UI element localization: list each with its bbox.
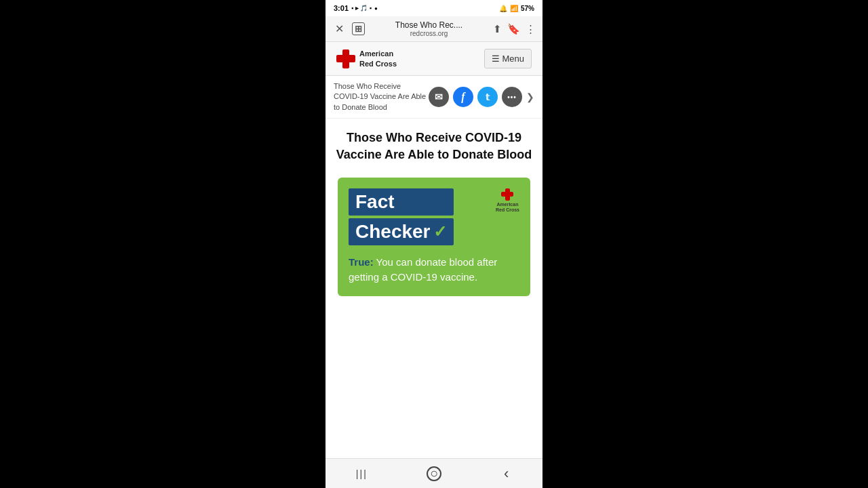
fact-label: Fact (349, 188, 454, 216)
article-title: Those Who Receive COVID-19 Vaccine Are A… (335, 129, 533, 163)
back-button[interactable]: ‹ (493, 463, 520, 485)
browser-actions: ⬆ 🔖 ⋮ (493, 23, 536, 35)
red-cross-icon (336, 49, 355, 68)
menu-button[interactable]: ☰ Menu (484, 49, 532, 68)
fact-checker-header: Fact Checker ✓ American Red (349, 188, 519, 245)
status-time: 3:01 ▪ ▸ 🎵 ▪ ● (334, 4, 378, 12)
more-share-button[interactable]: ••• (502, 87, 522, 107)
breadcrumb: Those Who Receive COVID-19 Vaccine Are A… (334, 81, 429, 113)
phone-frame: 3:01 ▪ ▸ 🎵 ▪ ● 🔔 📶 57% ✕ ⊞ Those Who Rec… (326, 0, 542, 488)
status-indicators: 🔔 📶 57% (499, 5, 534, 12)
page-content: American Red Cross ☰ Menu Those Who Rece… (326, 42, 542, 458)
share-icons: ✉ f 𝕥 ••• ❯ (429, 87, 534, 107)
address-bar[interactable]: Those Who Rec.... redcross.org (370, 20, 488, 37)
site-header: American Red Cross ☰ Menu (326, 42, 542, 76)
checkmark-icon: ✓ (433, 222, 447, 241)
mini-red-cross-logo: American Red Cross (496, 188, 519, 214)
fact-checker-card: Fact Checker ✓ American Red (338, 178, 530, 296)
checker-label: Checker ✓ (349, 218, 454, 245)
mini-logo-text: American Red Cross (496, 202, 519, 214)
status-bar: 3:01 ▪ ▸ 🎵 ▪ ● 🔔 📶 57% (326, 0, 542, 16)
fact-checker-title: Fact Checker ✓ (349, 188, 454, 245)
mini-cross-icon (501, 188, 513, 201)
tabs-button[interactable]: ⊞ (351, 22, 365, 36)
tab-title: Those Who Rec.... (395, 20, 462, 30)
logo-text: American Red Cross (359, 49, 397, 68)
bookmark-button[interactable]: 🔖 (507, 23, 520, 35)
recent-apps-button[interactable]: ||| (348, 463, 375, 485)
facebook-share-button[interactable]: f (453, 87, 473, 107)
fact-true-label: True: (349, 256, 374, 268)
more-options-button[interactable]: ⋮ (526, 23, 536, 35)
site-logo[interactable]: American Red Cross (336, 49, 397, 68)
twitter-share-button[interactable]: 𝕥 (477, 87, 498, 107)
close-button[interactable]: ✕ (332, 22, 346, 36)
share-button[interactable]: ⬆ (493, 23, 502, 35)
share-bar: Those Who Receive COVID-19 Vaccine Are A… (326, 76, 542, 119)
email-share-button[interactable]: ✉ (429, 87, 449, 107)
fact-body: True: You can donate blood after getting… (349, 255, 519, 285)
url-display: redcross.org (410, 30, 448, 37)
bottom-navigation: ||| ○ ‹ (326, 458, 542, 488)
browser-chrome: ✕ ⊞ Those Who Rec.... redcross.org ⬆ 🔖 ⋮ (326, 16, 542, 42)
home-button[interactable]: ○ (420, 463, 448, 485)
expand-icon[interactable]: ❯ (526, 92, 534, 102)
article-area: Those Who Receive COVID-19 Vaccine Are A… (326, 119, 542, 306)
